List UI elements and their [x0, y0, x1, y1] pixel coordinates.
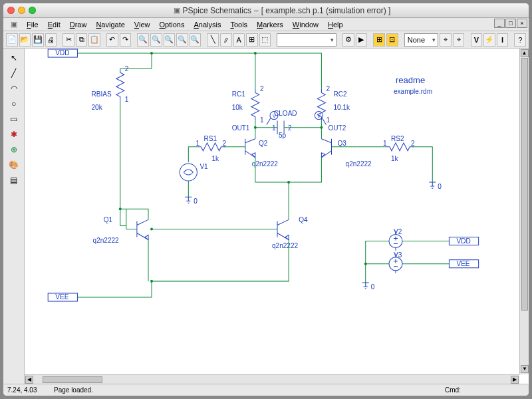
svg-text:q2n2222: q2n2222	[93, 237, 120, 244]
part-button[interactable]: ⊞	[246, 33, 258, 47]
svg-text:RS1: RS1	[203, 135, 217, 142]
svg-text:1: 1	[326, 116, 330, 124]
minimize-icon[interactable]	[18, 7, 25, 14]
results-button[interactable]: ⊡	[386, 33, 398, 47]
cut-button[interactable]: ✂	[63, 33, 74, 47]
svg-text:1: 1	[125, 96, 129, 103]
svg-text:2: 2	[125, 65, 129, 72]
horizontal-scrollbar[interactable]: ◀ ▶	[25, 374, 519, 384]
status-cmd: Cmd:	[445, 386, 525, 394]
svg-text:Q3: Q3	[338, 140, 347, 147]
mdi-maximize-icon[interactable]: □	[505, 19, 516, 28]
statusbar: 7.24, 4.03 Page loaded. Cmd:	[3, 384, 529, 396]
svg-text:2: 2	[223, 140, 227, 147]
arc-tool[interactable]: ◠	[7, 82, 21, 95]
circle-tool[interactable]: ○	[7, 97, 21, 110]
readme-title: readme	[396, 75, 425, 85]
menu-help[interactable]: Help	[323, 19, 348, 30]
menu-file[interactable]: File	[22, 19, 43, 30]
run-button[interactable]: ▶	[356, 33, 368, 47]
new-button[interactable]: 📄	[6, 33, 18, 47]
zoom-fit-button[interactable]: 🔍	[137, 33, 149, 47]
svg-point-46	[150, 227, 153, 230]
port-vdd-right: VDD	[456, 237, 470, 245]
svg-text:RBIAS: RBIAS	[92, 90, 112, 98]
zoom-area-button[interactable]: 🔍	[176, 33, 188, 47]
svg-text:V1: V1	[200, 163, 208, 170]
part-selector[interactable]	[277, 33, 336, 47]
menu-edit[interactable]: Edit	[43, 19, 65, 30]
titlebar: ▣ PSpice Schematics – [ example.sch p.1 …	[3, 3, 529, 18]
port-vdd-top: VDD	[55, 49, 69, 57]
zoom-icon[interactable]	[29, 7, 36, 14]
menu-markers[interactable]: Markers	[252, 19, 288, 30]
svg-text:Q1: Q1	[104, 216, 113, 223]
svg-text:0: 0	[438, 183, 442, 190]
marker-i-button[interactable]: ⌖	[453, 33, 465, 47]
schematic-canvas[interactable]: VDD RBIAS 20k 2 1 RC1	[25, 49, 519, 374]
imark2-button[interactable]: I	[497, 33, 509, 47]
vertical-scrollbar[interactable]: ▲ ▼	[519, 49, 529, 374]
svg-text:2: 2	[326, 85, 330, 92]
bus-button[interactable]: ⫽	[220, 33, 232, 47]
layers-tool[interactable]: ▤	[7, 174, 21, 187]
text-button[interactable]: A	[233, 33, 245, 47]
redo-button[interactable]: ↷	[120, 33, 132, 47]
menu-navigate[interactable]: Navigate	[91, 19, 129, 30]
svg-text:Q4: Q4	[299, 216, 308, 223]
sim-setup-button[interactable]: ⚙	[342, 33, 354, 47]
svg-point-52	[389, 234, 402, 247]
port-vee-right: VEE	[456, 260, 469, 267]
menu-window[interactable]: Window	[288, 19, 323, 30]
undo-button[interactable]: ↶	[106, 33, 118, 47]
probe-button[interactable]: ⊞	[373, 33, 385, 47]
zoom-out-button[interactable]: 🔍	[164, 33, 176, 47]
colors-tool[interactable]: 🎨	[7, 158, 21, 172]
status-message: Page loaded.	[54, 386, 445, 394]
svg-text:1: 1	[260, 116, 264, 124]
vmark-button[interactable]: V	[471, 33, 483, 47]
menu-tools[interactable]: Tools	[225, 19, 252, 30]
refresh-button[interactable]: 🔍	[190, 33, 201, 47]
zoom-in-button[interactable]: 🔍	[150, 33, 162, 47]
svg-text:RS2: RS2	[391, 135, 404, 142]
svg-point-2	[254, 52, 257, 55]
svg-text:2: 2	[288, 124, 292, 132]
wire-button[interactable]: ╲	[207, 33, 219, 47]
poly-tool[interactable]: ✱	[7, 128, 21, 141]
svg-text:OUT2: OUT2	[328, 124, 346, 132]
rect-tool[interactable]: ▭	[7, 112, 21, 126]
line-tool[interactable]: ╱	[7, 66, 21, 80]
svg-text:2: 2	[260, 85, 264, 92]
print-button[interactable]: 🖨	[45, 33, 57, 47]
svg-text:RC1: RC1	[232, 90, 246, 98]
svg-text:1: 1	[383, 140, 387, 147]
attr-button[interactable]: ⬚	[259, 33, 271, 47]
svg-text:0: 0	[371, 283, 375, 291]
pin-tool[interactable]: ⊕	[7, 143, 21, 156]
svg-text:1: 1	[272, 124, 276, 132]
menu-options[interactable]: Options	[155, 19, 190, 30]
menu-draw[interactable]: Draw	[65, 19, 92, 30]
app-menu-icon[interactable]: ▣	[6, 19, 22, 30]
copy-button[interactable]: ⧉	[76, 33, 88, 47]
marker-v-button[interactable]: ⌖	[440, 33, 452, 47]
help-button[interactable]: ?	[514, 33, 526, 47]
paste-button[interactable]: 📋	[88, 33, 100, 47]
open-button[interactable]: 📂	[19, 33, 31, 47]
imark-button[interactable]: ⚡	[483, 33, 495, 47]
mdi-minimize-icon[interactable]: _	[494, 19, 505, 28]
svg-text:20k: 20k	[92, 104, 103, 111]
layer-selector[interactable]: None	[404, 33, 439, 47]
svg-text:q2n2222: q2n2222	[252, 160, 279, 168]
mdi-close-icon[interactable]: ×	[517, 19, 527, 28]
svg-point-36	[180, 164, 197, 181]
save-button[interactable]: 💾	[32, 33, 44, 47]
select-tool[interactable]: ↖	[7, 51, 21, 65]
menu-analysis[interactable]: Analysis	[189, 19, 225, 30]
svg-text:q2n2222: q2n2222	[346, 160, 372, 168]
svg-text:RC2: RC2	[333, 90, 347, 98]
close-icon[interactable]	[7, 7, 15, 14]
status-coord: 7.24, 4.03	[7, 386, 54, 394]
menu-view[interactable]: View	[130, 19, 155, 30]
